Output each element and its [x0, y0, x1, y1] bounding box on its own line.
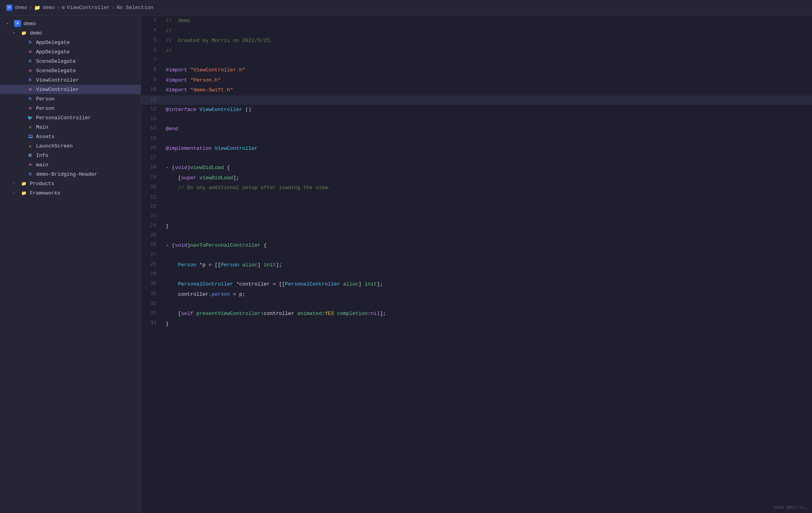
- line-num-15: 15: [141, 134, 163, 144]
- sidebar-item-frameworks[interactable]: 📁 Frameworks: [0, 188, 141, 198]
- breadcrumb-folder-label: demo: [43, 5, 55, 11]
- sidebar-item-appdelegate-h[interactable]: h AppDelegate: [0, 38, 141, 47]
- sidebar-item-launchscreen[interactable]: ✕ LaunchScreen: [0, 141, 141, 151]
- code-line-17: 17: [141, 153, 812, 163]
- line-content-21: [163, 193, 812, 202]
- line-content-17: [163, 153, 812, 163]
- folder-icon-frameworks: 📁: [20, 189, 27, 196]
- tree-arrow-demo: [6, 21, 12, 26]
- sidebar-label-frameworks: Frameworks: [30, 190, 60, 196]
- sidebar-item-viewcontroller-h[interactable]: h ViewController: [0, 75, 141, 85]
- line-content-9: #import "Person.h": [163, 75, 812, 86]
- line-num-33: 33: [141, 309, 163, 319]
- sidebar-item-bridging[interactable]: h demo-Bridging-Header: [0, 169, 141, 179]
- sidebar-label-main-m: main: [36, 162, 48, 168]
- line-content-29: [163, 270, 812, 279]
- line-num-16: 16: [141, 144, 163, 154]
- sidebar-item-scenedelegate-h[interactable]: h SceneDelegate: [0, 56, 141, 66]
- breadcrumb-viewcontroller[interactable]: m ViewController: [62, 5, 110, 11]
- folder-icon-demo: 📁: [20, 29, 27, 36]
- folder-icon-products: 📁: [20, 180, 27, 187]
- tree-arrow-frameworks: [13, 191, 18, 195]
- sidebar-item-person-h[interactable]: h Person: [0, 94, 141, 104]
- sidebar-label-main: Main: [36, 124, 48, 130]
- code-line-19: 19 [super viewDidLoad];: [141, 173, 812, 183]
- sidebar-item-main-m[interactable]: m main: [0, 160, 141, 169]
- code-line-26: 26 - (void)navToPersonalController {: [141, 240, 812, 251]
- sidebar-item-person-m[interactable]: m Person: [0, 104, 141, 113]
- code-line-10: 10 #import "demo-Swift.h": [141, 85, 812, 95]
- code-line-5: 5 // Created by Morris on 2022/5/25.: [141, 36, 812, 46]
- line-num-13: 13: [141, 115, 163, 124]
- line-num-32: 32: [141, 299, 163, 309]
- sidebar: A demo 📁 demo h AppDelegate m AppDelegat…: [0, 16, 141, 513]
- sidebar-item-personalcontroller[interactable]: 🐦 PersonalController: [0, 113, 141, 122]
- tree-arrow-demo-folder: [13, 31, 18, 35]
- line-content-7: [163, 56, 812, 65]
- line-content-34: }: [163, 319, 812, 329]
- code-line-31: 31 controller.person = p;: [141, 289, 812, 300]
- m-icon-appdelegate: m: [27, 48, 34, 55]
- line-content-15: [163, 134, 812, 144]
- sidebar-item-viewcontroller-m[interactable]: m ViewController: [0, 85, 141, 94]
- sidebar-item-products[interactable]: 📁 Products: [0, 179, 141, 188]
- sidebar-label-vc-m: ViewController: [36, 87, 79, 93]
- code-line-15: 15: [141, 134, 812, 144]
- xib-icon-launch: ✕: [27, 142, 34, 149]
- sidebar-root-demo[interactable]: A demo: [0, 19, 141, 28]
- m-icon: m: [62, 5, 65, 11]
- code-line-22: 22: [141, 202, 812, 212]
- code-line-14: 14 @end: [141, 124, 812, 134]
- breadcrumb-vc-label: ViewController: [67, 5, 110, 11]
- code-line-32: 32: [141, 299, 812, 309]
- m-icon-main: m: [27, 161, 34, 168]
- line-num-23: 23: [141, 212, 163, 221]
- line-num-17: 17: [141, 153, 163, 163]
- line-content-23: [163, 212, 812, 221]
- code-line-13: 13: [141, 115, 812, 124]
- breadcrumb-sep-2: ›: [56, 4, 60, 11]
- breadcrumb-no-selection-label: No Selection: [117, 5, 154, 11]
- line-content-31: controller.person = p;: [163, 289, 812, 300]
- line-content-8: #import "ViewController.h": [163, 65, 812, 75]
- line-content-19: [super viewDidLoad];: [163, 173, 812, 183]
- line-content-4: //: [163, 26, 812, 36]
- sidebar-label-person-m: Person: [36, 106, 54, 111]
- line-content-32: [163, 299, 812, 309]
- line-content-20: // Do any additional setup after loading…: [163, 183, 812, 193]
- line-num-5: 5: [141, 36, 163, 46]
- code-line-27: 27: [141, 251, 812, 260]
- line-num-7: 7: [141, 56, 163, 65]
- code-line-20: 20 // Do any additional setup after load…: [141, 183, 812, 193]
- sidebar-item-demo-folder[interactable]: 📁 demo: [0, 28, 141, 38]
- code-editor[interactable]: 3 // demo 4 // 5 // Created by Morris on…: [141, 16, 812, 513]
- swift-icon-personal: 🐦: [27, 114, 34, 121]
- line-content-25: [163, 231, 812, 240]
- breadcrumb-demo-folder[interactable]: 📁 demo: [34, 5, 55, 11]
- code-line-21: 21: [141, 193, 812, 202]
- sidebar-item-appdelegate-m[interactable]: m AppDelegate: [0, 47, 141, 56]
- sidebar-item-info[interactable]: ⊞ Info: [0, 151, 141, 160]
- sidebar-label-launchscreen: LaunchScreen: [36, 143, 73, 149]
- sidebar-item-main[interactable]: ✕ Main: [0, 122, 141, 132]
- sidebar-label-products: Products: [30, 181, 54, 187]
- main-layout: A demo 📁 demo h AppDelegate m AppDelegat…: [0, 16, 812, 513]
- breadcrumb-app-label: demo: [15, 5, 27, 11]
- line-num-29: 29: [141, 270, 163, 279]
- code-line-4: 4 //: [141, 26, 812, 36]
- m-icon-person: m: [27, 105, 34, 112]
- sidebar-item-scenedelegate-m[interactable]: m SceneDelegate: [0, 66, 141, 75]
- breadcrumb-demo-app[interactable]: A demo: [6, 5, 27, 11]
- line-content-6: //: [163, 46, 812, 56]
- code-line-24: 24 }: [141, 221, 812, 231]
- line-num-30: 30: [141, 279, 163, 289]
- code-line-34: 34 }: [141, 319, 812, 329]
- line-num-9: 9: [141, 75, 163, 86]
- line-content-27: [163, 251, 812, 260]
- line-content-26: - (void)navToPersonalController {: [163, 240, 812, 251]
- line-num-12: 12: [141, 105, 163, 115]
- code-line-28: 28 Person *p = [[Person alloc] init];: [141, 260, 812, 270]
- sidebar-label-vc-h: ViewController: [36, 77, 79, 83]
- xib-icon-main: ✕: [27, 124, 34, 131]
- sidebar-item-assets[interactable]: 🗂 Assets: [0, 132, 141, 141]
